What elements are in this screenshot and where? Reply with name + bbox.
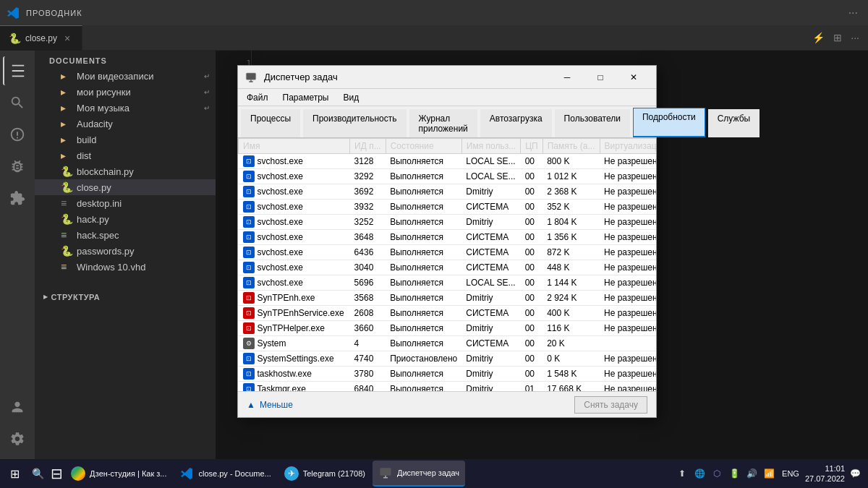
sidebar-item-dist[interactable]: ▸ dist [35,147,216,163]
tm-maximize-btn[interactable]: □ [584,66,617,89]
sidebar-structure-header[interactable]: ▸ СТРУКТУРА [35,289,216,304]
sidebar-item-audacity[interactable]: ▸ Audacity [35,116,216,132]
proc-cpu: 00 [521,306,543,321]
tm-tab-applog[interactable]: Журнал приложений [409,109,477,137]
tab-split-icon[interactable]: ⚡ [809,29,827,46]
tray-wifi-icon[interactable]: 📶 [762,466,776,481]
tm-tab-details[interactable]: Подробности [633,108,705,137]
table-row[interactable]: ⊡ SynTPHelper.exe 3660 Выполняется Dmitr… [239,321,657,336]
col-pid[interactable]: ИД п... [350,139,386,154]
activity-git-icon[interactable] [3,120,32,149]
table-row[interactable]: ⊡ Taskmgr.exe 6840 Выполняется Dmitriy 0… [239,382,657,392]
tray-icon-1[interactable]: ⬆ [675,466,689,481]
activity-account-icon[interactable] [3,393,32,421]
proc-status: Выполняется [386,230,461,245]
sidebar-item-build[interactable]: ▸ build [35,132,216,147]
tm-less-btn[interactable]: ▲ Меньше [247,400,293,410]
sidebar-item-pictures[interactable]: ▸ мои рисунки ↵ [35,84,216,100]
col-user[interactable]: Имя польз... [461,139,520,154]
proc-name: svchost.exe [258,187,303,197]
table-row[interactable]: ⊡ svchost.exe 3692 Выполняется Dmitriy 0… [239,184,657,200]
table-row[interactable]: ⊡ svchost.exe 3648 Выполняется СИСТЕМА 0… [239,230,657,245]
proc-status: Выполняется [386,275,461,291]
tm-tab-startup[interactable]: Автозагрузка [480,109,552,137]
tm-menu-view[interactable]: Вид [337,91,365,104]
table-row[interactable]: ⊡ taskhostw.exe 3780 Выполняется Dmitriy… [239,367,657,382]
tray-notification-icon[interactable]: 💬 [848,466,862,481]
col-mem[interactable]: Память (а... [542,139,600,154]
title-bar-more[interactable]: ··· [844,5,862,21]
table-row[interactable]: ⊡ svchost.exe 3932 Выполняется СИСТЕМА 0… [239,200,657,215]
tab-close-btn[interactable]: × [61,33,73,44]
tm-less-label: Меньше [260,400,293,410]
taskbar-search-btn[interactable]: 🔍 [27,463,48,484]
taskbar-cortana[interactable]: ⊟ [49,462,64,485]
task-manager-overlay: Диспетчер задач ─ □ ✕ Файл Параметры Вид… [216,51,868,459]
col-virt[interactable]: Виртуализаци... [600,139,656,154]
tm-tab-services[interactable]: Службы [708,109,760,137]
activity-debug-icon[interactable] [3,152,32,181]
taskbar-time-display: 11:01 [805,463,845,474]
table-row[interactable]: ⚙ System 4 Выполняется СИСТЕМА 00 20 K [239,336,657,351]
proc-user: СИСТЕМА [461,245,520,260]
sidebar-item-close-py[interactable]: 🐍 close.py [35,179,216,195]
proc-pid: 3252 [350,215,386,230]
table-row[interactable]: ⊡ svchost.exe 6436 Выполняется СИСТЕМА 0… [239,245,657,260]
tray-network-icon[interactable]: 🌐 [692,466,707,481]
table-row[interactable]: ⊡ svchost.exe 3040 Выполняется СИСТЕМА 0… [239,260,657,275]
tab-close-py[interactable]: 🐍 close.py × [0,25,82,51]
tm-table-scroll[interactable]: Имя ИД п... Состояние Имя польз... ЦП Па… [238,138,656,391]
tab-more-icon[interactable]: ··· [848,29,862,46]
tray-discord-icon[interactable]: ⬡ [710,466,724,481]
taskbar-datetime[interactable]: 11:01 27.07.2022 [805,463,845,484]
proc-icon: ⊡ [243,307,255,319]
tm-end-task-btn[interactable]: Снять задачу [574,396,647,414]
sidebar-item-music[interactable]: ▸ Моя музыка ↵ [35,100,216,116]
sidebar-item-passwords[interactable]: 🐍 passwords.py [35,243,216,259]
table-row[interactable]: ⊡ SystemSettings.exe 4740 Приостановлено… [239,351,657,367]
table-row[interactable]: ⊡ svchost.exe 3292 Выполняется LOCAL SE.… [239,169,657,184]
tm-menu-params[interactable]: Параметры [277,91,335,104]
taskbar-lang[interactable]: ENG [782,469,799,478]
tm-minimize-btn[interactable]: ─ [550,66,584,89]
table-row[interactable]: ⊡ svchost.exe 3252 Выполняется Dmitriy 0… [239,215,657,230]
sidebar-item-hack-spec[interactable]: ≡ hack.spec [35,227,216,243]
proc-icon: ⊡ [243,231,255,243]
tray-battery-icon[interactable]: 🔋 [727,466,741,481]
tab-layout-icon[interactable]: ⊞ [830,29,845,46]
tm-tab-users[interactable]: Пользователи [555,109,630,137]
sidebar-item-desktop-ini[interactable]: ≡ desktop.ini [35,195,216,211]
sidebar-item-blockchain[interactable]: 🐍 blockchain.py [35,163,216,179]
activity-explorer-icon[interactable] [3,56,32,85]
col-name[interactable]: Имя [239,139,350,154]
col-status[interactable]: Состояние [386,139,461,154]
table-row[interactable]: ⊡ SynTPEnh.exe 3568 Выполняется Dmitriy … [239,291,657,306]
proc-virt: Не разрешено [600,367,656,382]
sidebar-item-windows-vhd[interactable]: ≡ Windows 10.vhd [35,259,216,275]
tray-volume-icon[interactable]: 🔊 [744,466,759,481]
taskbar-app-chrome[interactable]: Дзен-студия | Как з... [65,461,172,487]
taskbar-start-btn[interactable]: ⊞ [3,462,26,485]
tm-tab-processes[interactable]: Процессы [241,109,300,137]
table-row[interactable]: ⊡ svchost.exe 5696 Выполняется LOCAL SE.… [239,275,657,291]
sidebar-item-hack-py[interactable]: 🐍 hack.py [35,211,216,227]
tm-menu-file[interactable]: Файл [241,91,274,104]
taskbar-app-taskmanager[interactable]: Диспетчер задач [373,461,465,487]
sidebar-item-videos[interactable]: ▸ Мои видеозаписи ↵ [35,68,216,84]
activity-settings-icon[interactable] [3,424,32,453]
sidebar-badge: ↵ [204,104,210,112]
activity-extensions-icon[interactable] [3,184,32,213]
tm-title-text: Диспетчер задач [264,72,550,82]
activity-search-icon[interactable] [3,88,32,117]
taskbar-app-telegram[interactable]: ✈ Telegram (21708) [278,461,371,487]
proc-mem: 352 K [542,200,600,215]
sidebar-header: DOCUMENTS [35,51,216,68]
proc-status: Выполняется [386,184,461,200]
col-cpu[interactable]: ЦП [521,139,543,154]
tm-tab-performance[interactable]: Производительность [303,109,406,137]
tm-close-btn[interactable]: ✕ [617,66,650,89]
taskbar-taskmanager-label: Диспетчер задач [397,468,459,477]
taskbar-app-vscode[interactable]: close.py - Docume... [174,461,276,487]
table-row[interactable]: ⊡ svchost.exe 3128 Выполняется LOCAL SE.… [239,154,657,169]
table-row[interactable]: ⊡ SynTPEnhService.exe 2608 Выполняется С… [239,306,657,321]
